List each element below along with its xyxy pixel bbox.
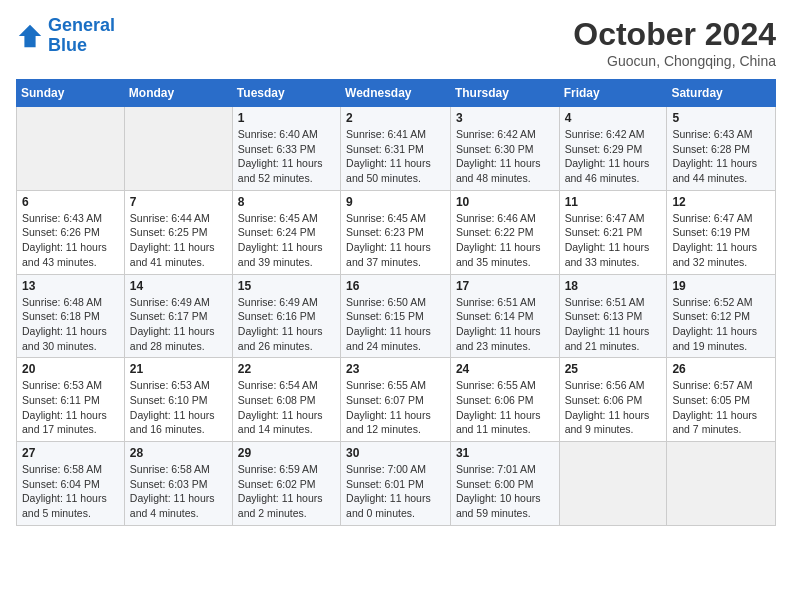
day-info: Sunrise: 6:46 AMSunset: 6:22 PMDaylight:…: [456, 211, 554, 270]
day-cell: 19Sunrise: 6:52 AMSunset: 6:12 PMDayligh…: [667, 274, 776, 358]
day-info: Sunrise: 6:57 AMSunset: 6:05 PMDaylight:…: [672, 378, 770, 437]
day-cell: 3Sunrise: 6:42 AMSunset: 6:30 PMDaylight…: [450, 107, 559, 191]
day-info: Sunrise: 6:55 AMSunset: 6:07 PMDaylight:…: [346, 378, 445, 437]
day-number: 24: [456, 362, 554, 376]
calendar-body: 1Sunrise: 6:40 AMSunset: 6:33 PMDaylight…: [17, 107, 776, 526]
day-cell: 17Sunrise: 6:51 AMSunset: 6:14 PMDayligh…: [450, 274, 559, 358]
logo-icon: [16, 22, 44, 50]
logo: General Blue: [16, 16, 115, 56]
page-header: General Blue October 2024 Guocun, Chongq…: [16, 16, 776, 69]
day-number: 3: [456, 111, 554, 125]
day-cell: 18Sunrise: 6:51 AMSunset: 6:13 PMDayligh…: [559, 274, 667, 358]
day-info: Sunrise: 6:43 AMSunset: 6:26 PMDaylight:…: [22, 211, 119, 270]
day-cell: 8Sunrise: 6:45 AMSunset: 6:24 PMDaylight…: [232, 190, 340, 274]
day-cell: 30Sunrise: 7:00 AMSunset: 6:01 PMDayligh…: [341, 442, 451, 526]
day-number: 11: [565, 195, 662, 209]
day-cell: 26Sunrise: 6:57 AMSunset: 6:05 PMDayligh…: [667, 358, 776, 442]
header-cell-thursday: Thursday: [450, 80, 559, 107]
day-info: Sunrise: 6:48 AMSunset: 6:18 PMDaylight:…: [22, 295, 119, 354]
day-cell: 22Sunrise: 6:54 AMSunset: 6:08 PMDayligh…: [232, 358, 340, 442]
day-info: Sunrise: 6:58 AMSunset: 6:04 PMDaylight:…: [22, 462, 119, 521]
day-number: 15: [238, 279, 335, 293]
day-info: Sunrise: 6:42 AMSunset: 6:30 PMDaylight:…: [456, 127, 554, 186]
day-info: Sunrise: 6:49 AMSunset: 6:17 PMDaylight:…: [130, 295, 227, 354]
day-cell: 13Sunrise: 6:48 AMSunset: 6:18 PMDayligh…: [17, 274, 125, 358]
day-cell: [124, 107, 232, 191]
day-number: 1: [238, 111, 335, 125]
day-info: Sunrise: 6:53 AMSunset: 6:10 PMDaylight:…: [130, 378, 227, 437]
day-info: Sunrise: 6:40 AMSunset: 6:33 PMDaylight:…: [238, 127, 335, 186]
day-info: Sunrise: 6:53 AMSunset: 6:11 PMDaylight:…: [22, 378, 119, 437]
week-row-1: 1Sunrise: 6:40 AMSunset: 6:33 PMDaylight…: [17, 107, 776, 191]
day-number: 6: [22, 195, 119, 209]
day-number: 30: [346, 446, 445, 460]
day-number: 29: [238, 446, 335, 460]
day-number: 31: [456, 446, 554, 460]
day-cell: 1Sunrise: 6:40 AMSunset: 6:33 PMDaylight…: [232, 107, 340, 191]
header-cell-monday: Monday: [124, 80, 232, 107]
day-number: 5: [672, 111, 770, 125]
day-info: Sunrise: 6:42 AMSunset: 6:29 PMDaylight:…: [565, 127, 662, 186]
day-number: 2: [346, 111, 445, 125]
day-cell: 28Sunrise: 6:58 AMSunset: 6:03 PMDayligh…: [124, 442, 232, 526]
day-info: Sunrise: 6:59 AMSunset: 6:02 PMDaylight:…: [238, 462, 335, 521]
day-cell: 10Sunrise: 6:46 AMSunset: 6:22 PMDayligh…: [450, 190, 559, 274]
day-info: Sunrise: 6:41 AMSunset: 6:31 PMDaylight:…: [346, 127, 445, 186]
calendar-table: SundayMondayTuesdayWednesdayThursdayFrid…: [16, 79, 776, 526]
day-cell: 15Sunrise: 6:49 AMSunset: 6:16 PMDayligh…: [232, 274, 340, 358]
day-cell: 20Sunrise: 6:53 AMSunset: 6:11 PMDayligh…: [17, 358, 125, 442]
week-row-5: 27Sunrise: 6:58 AMSunset: 6:04 PMDayligh…: [17, 442, 776, 526]
day-cell: 29Sunrise: 6:59 AMSunset: 6:02 PMDayligh…: [232, 442, 340, 526]
week-row-4: 20Sunrise: 6:53 AMSunset: 6:11 PMDayligh…: [17, 358, 776, 442]
day-cell: 12Sunrise: 6:47 AMSunset: 6:19 PMDayligh…: [667, 190, 776, 274]
day-info: Sunrise: 6:54 AMSunset: 6:08 PMDaylight:…: [238, 378, 335, 437]
day-number: 16: [346, 279, 445, 293]
day-number: 8: [238, 195, 335, 209]
day-cell: 21Sunrise: 6:53 AMSunset: 6:10 PMDayligh…: [124, 358, 232, 442]
day-info: Sunrise: 6:47 AMSunset: 6:19 PMDaylight:…: [672, 211, 770, 270]
day-cell: 4Sunrise: 6:42 AMSunset: 6:29 PMDaylight…: [559, 107, 667, 191]
day-info: Sunrise: 6:45 AMSunset: 6:23 PMDaylight:…: [346, 211, 445, 270]
day-number: 19: [672, 279, 770, 293]
day-info: Sunrise: 6:45 AMSunset: 6:24 PMDaylight:…: [238, 211, 335, 270]
day-number: 12: [672, 195, 770, 209]
day-info: Sunrise: 6:55 AMSunset: 6:06 PMDaylight:…: [456, 378, 554, 437]
day-info: Sunrise: 6:52 AMSunset: 6:12 PMDaylight:…: [672, 295, 770, 354]
day-info: Sunrise: 6:58 AMSunset: 6:03 PMDaylight:…: [130, 462, 227, 521]
day-number: 21: [130, 362, 227, 376]
day-info: Sunrise: 6:47 AMSunset: 6:21 PMDaylight:…: [565, 211, 662, 270]
day-number: 9: [346, 195, 445, 209]
day-number: 14: [130, 279, 227, 293]
day-cell: 31Sunrise: 7:01 AMSunset: 6:00 PMDayligh…: [450, 442, 559, 526]
day-cell: 7Sunrise: 6:44 AMSunset: 6:25 PMDaylight…: [124, 190, 232, 274]
day-info: Sunrise: 6:51 AMSunset: 6:13 PMDaylight:…: [565, 295, 662, 354]
svg-marker-0: [19, 25, 41, 47]
header-cell-friday: Friday: [559, 80, 667, 107]
day-number: 4: [565, 111, 662, 125]
day-number: 28: [130, 446, 227, 460]
logo-text: General Blue: [48, 16, 115, 56]
header-cell-tuesday: Tuesday: [232, 80, 340, 107]
day-info: Sunrise: 7:00 AMSunset: 6:01 PMDaylight:…: [346, 462, 445, 521]
day-info: Sunrise: 6:50 AMSunset: 6:15 PMDaylight:…: [346, 295, 445, 354]
day-info: Sunrise: 6:43 AMSunset: 6:28 PMDaylight:…: [672, 127, 770, 186]
day-info: Sunrise: 7:01 AMSunset: 6:00 PMDaylight:…: [456, 462, 554, 521]
day-number: 10: [456, 195, 554, 209]
day-number: 26: [672, 362, 770, 376]
day-number: 18: [565, 279, 662, 293]
title-block: October 2024 Guocun, Chongqing, China: [573, 16, 776, 69]
day-number: 7: [130, 195, 227, 209]
day-cell: 14Sunrise: 6:49 AMSunset: 6:17 PMDayligh…: [124, 274, 232, 358]
day-cell: 25Sunrise: 6:56 AMSunset: 6:06 PMDayligh…: [559, 358, 667, 442]
day-cell: [17, 107, 125, 191]
day-info: Sunrise: 6:44 AMSunset: 6:25 PMDaylight:…: [130, 211, 227, 270]
day-cell: 2Sunrise: 6:41 AMSunset: 6:31 PMDaylight…: [341, 107, 451, 191]
day-cell: 9Sunrise: 6:45 AMSunset: 6:23 PMDaylight…: [341, 190, 451, 274]
day-cell: 11Sunrise: 6:47 AMSunset: 6:21 PMDayligh…: [559, 190, 667, 274]
header-cell-sunday: Sunday: [17, 80, 125, 107]
logo-line2: Blue: [48, 35, 87, 55]
week-row-3: 13Sunrise: 6:48 AMSunset: 6:18 PMDayligh…: [17, 274, 776, 358]
calendar-header: SundayMondayTuesdayWednesdayThursdayFrid…: [17, 80, 776, 107]
day-cell: 6Sunrise: 6:43 AMSunset: 6:26 PMDaylight…: [17, 190, 125, 274]
location: Guocun, Chongqing, China: [573, 53, 776, 69]
